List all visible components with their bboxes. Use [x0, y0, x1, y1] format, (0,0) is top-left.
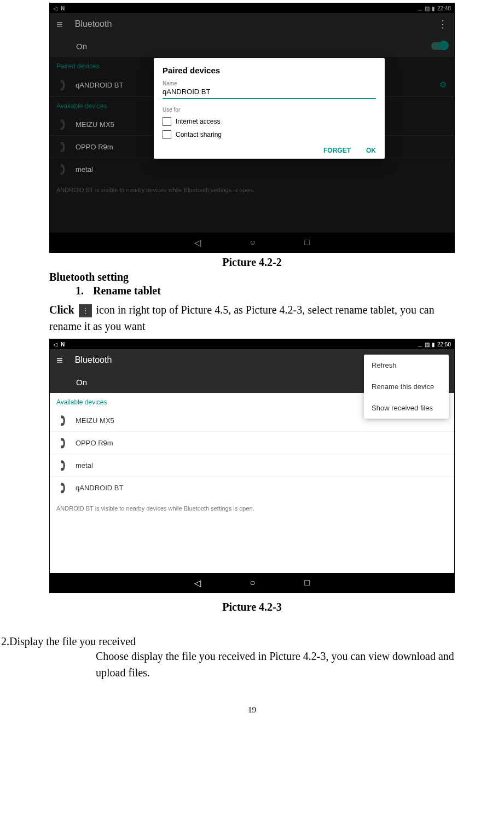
- nav-back-icon[interactable]: ◁: [194, 578, 201, 588]
- overflow-popup-menu: Refresh Rename this device Show received…: [364, 355, 449, 419]
- figure-caption: Picture 4.2-3: [0, 601, 504, 613]
- body-text-2: Choose display the file you received in …: [96, 648, 455, 681]
- phone-icon: 📞: [56, 140, 68, 153]
- device-row[interactable]: 📞 qANDROID BT: [50, 477, 454, 499]
- nav-bar: ◁ ○ □: [50, 233, 454, 252]
- overflow-icon-inline: ⋮: [79, 304, 92, 317]
- device-name: metal: [76, 165, 93, 173]
- checkbox-row-contacts[interactable]: Contact sharing: [163, 130, 376, 139]
- name-field-label: Name: [163, 80, 376, 86]
- n-icon: N: [61, 5, 65, 11]
- device-name-input[interactable]: [163, 86, 376, 99]
- toggle-label: On: [76, 378, 87, 387]
- forget-button[interactable]: FORGET: [323, 147, 351, 154]
- checkbox-icon[interactable]: [163, 117, 171, 126]
- back-indicator-icon: ◁: [53, 341, 57, 347]
- menu-item-refresh[interactable]: Refresh: [364, 355, 449, 376]
- list-item-1: 1. Rename tablet: [76, 285, 504, 297]
- device-row[interactable]: 📞 metal: [50, 158, 454, 180]
- toggle-row[interactable]: On: [50, 35, 454, 57]
- screenshot-paired-dialog: ◁ N ⚊ ▧ ▮ 22:48 ≡ Bluetooth ⋮ On Paired …: [49, 3, 455, 253]
- battery-icon: ▮: [432, 5, 435, 11]
- clock-text: 22:48: [437, 5, 451, 11]
- checkbox-row-internet[interactable]: Internet access: [163, 117, 376, 126]
- checkbox-icon[interactable]: [163, 130, 171, 139]
- menu-item-rename[interactable]: Rename this device: [364, 376, 449, 397]
- menu-item-received-files[interactable]: Show received files: [364, 397, 449, 419]
- toggle-label: On: [76, 42, 87, 51]
- page-number: 19: [0, 705, 504, 715]
- hamburger-icon[interactable]: ≡: [56, 354, 63, 367]
- status-bar: ◁ N ⚊ ▧ ▮ 22:48: [50, 3, 454, 13]
- visibility-hint: ANDROID BT is visible to nearby devices …: [50, 499, 454, 518]
- device-name: qANDROID BT: [76, 484, 123, 492]
- bluetooth-toggle[interactable]: [431, 42, 448, 50]
- device-name: MEIZU MX5: [76, 416, 114, 425]
- phone-icon: 📞: [56, 436, 68, 449]
- nav-recent-icon[interactable]: □: [305, 237, 310, 247]
- device-name: metal: [76, 461, 93, 470]
- nav-home-icon[interactable]: ○: [250, 237, 256, 247]
- clock-text: 22:50: [437, 341, 451, 347]
- overflow-menu-icon[interactable]: ⋮: [438, 18, 448, 30]
- gear-icon[interactable]: ⚙: [439, 80, 447, 90]
- checkbox-label: Internet access: [176, 118, 220, 125]
- status-bar: ◁ N ⚊ ▧ ▮ 22:50: [50, 339, 454, 349]
- body-text-1: Click ⋮ icon in right top of Picture 4.5…: [49, 302, 455, 334]
- wifi-off-icon: ▧: [425, 341, 430, 347]
- paired-device-dialog: Paired devices Name Use for Internet acc…: [154, 58, 385, 159]
- list-item-2: 2.Display the file you received: [1, 635, 504, 648]
- app-title: Bluetooth: [75, 355, 112, 365]
- nav-home-icon[interactable]: ○: [250, 578, 256, 588]
- app-bar: ≡ Bluetooth ⋮: [50, 13, 454, 35]
- device-row[interactable]: 📞 OPPO R9m: [50, 432, 454, 454]
- phone-icon: 📞: [56, 78, 68, 91]
- screenshot-overflow-menu: ◁ N ⚊ ▧ ▮ 22:50 ≡ Bluetooth On Available…: [49, 339, 455, 593]
- bluetooth-status-icon: ⚊: [418, 5, 422, 11]
- n-icon: N: [61, 341, 65, 347]
- battery-icon: ▮: [432, 341, 435, 347]
- phone-icon: 📞: [56, 414, 68, 426]
- app-title: Bluetooth: [75, 19, 112, 29]
- nav-recent-icon[interactable]: □: [305, 578, 310, 588]
- bluetooth-status-icon: ⚊: [418, 341, 422, 347]
- use-for-label: Use for: [163, 107, 376, 113]
- phone-icon: 📞: [56, 163, 68, 175]
- nav-back-icon[interactable]: ◁: [194, 237, 201, 248]
- phone-icon: 📞: [56, 118, 68, 130]
- device-name: MEIZU MX5: [76, 120, 114, 129]
- checkbox-label: Contact sharing: [176, 131, 222, 138]
- figure-caption: Picture 4.2-2: [0, 256, 504, 269]
- section-heading: Bluetooth setting: [49, 271, 504, 283]
- phone-icon: 📞: [56, 459, 68, 471]
- nav-bar: ◁ ○ □: [50, 573, 454, 593]
- hamburger-icon[interactable]: ≡: [56, 18, 63, 31]
- device-row[interactable]: 📞 metal: [50, 454, 454, 477]
- visibility-hint: ANDROID BT is visible to nearby devices …: [50, 180, 454, 200]
- ok-button[interactable]: OK: [366, 147, 376, 154]
- phone-icon: 📞: [56, 481, 68, 494]
- back-indicator-icon: ◁: [53, 5, 57, 11]
- wifi-off-icon: ▧: [425, 5, 430, 11]
- dialog-title: Paired devices: [163, 66, 376, 75]
- device-name: qANDROID BT: [76, 81, 123, 89]
- device-name: OPPO R9m: [76, 143, 113, 151]
- device-name: OPPO R9m: [76, 439, 113, 447]
